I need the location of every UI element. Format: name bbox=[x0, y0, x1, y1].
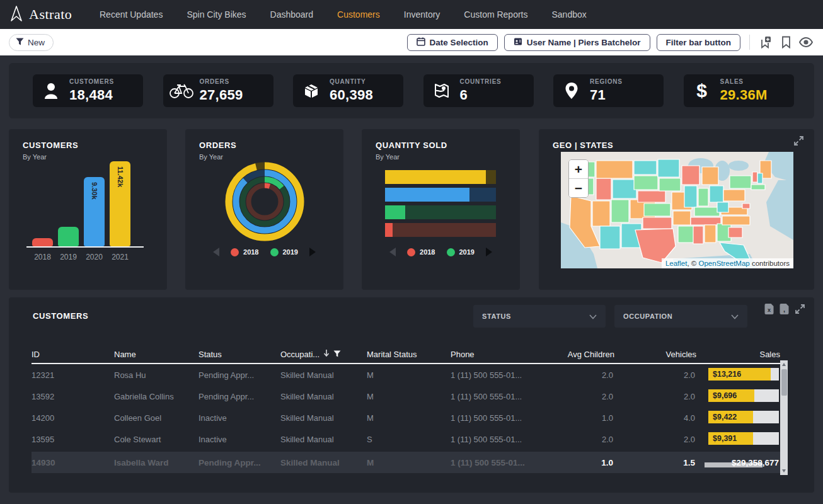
nav-item-customers[interactable]: Customers bbox=[337, 9, 380, 20]
us-states-map[interactable]: + − Leaflet, © OpenStreetMap contributor… bbox=[561, 152, 793, 268]
legend-dot bbox=[447, 248, 455, 256]
bar-2021[interactable]: 11.42k bbox=[110, 161, 130, 246]
bookmark-add-icon[interactable] bbox=[759, 35, 773, 49]
openstreetmap-link[interactable]: OpenStreetMap bbox=[699, 260, 750, 267]
hbar-2018[interactable] bbox=[385, 223, 496, 237]
hbar-2020[interactable] bbox=[385, 188, 496, 202]
nav-item-sandbox[interactable]: Sandbox bbox=[552, 9, 587, 20]
svg-text:x: x bbox=[768, 307, 771, 313]
table-scrollbar[interactable] bbox=[780, 360, 788, 475]
column-header-status[interactable]: Status bbox=[199, 350, 280, 359]
customers-table-card: CUSTOMERS STATUS OCCUPATION x , IDNameSt… bbox=[9, 297, 814, 493]
map-zoom-out-button[interactable]: − bbox=[569, 179, 588, 197]
export-excel-icon[interactable]: x bbox=[764, 304, 774, 317]
column-header-vehicles[interactable]: Vehicles bbox=[614, 350, 696, 359]
user-button[interactable]: User Name | Piers Batchelor bbox=[504, 34, 650, 51]
column-header-phone[interactable]: Phone bbox=[451, 350, 551, 359]
table-cell: 1 (11) 500 555-01... bbox=[451, 413, 551, 423]
bar-2018[interactable] bbox=[32, 238, 53, 246]
hbar-2021[interactable] bbox=[385, 170, 496, 184]
export-csv-icon[interactable]: , bbox=[780, 304, 789, 317]
legend-label: 2019 bbox=[459, 248, 475, 256]
eye-icon[interactable] bbox=[799, 35, 813, 49]
nav-item-custom-reports[interactable]: Custom Reports bbox=[464, 9, 527, 20]
orders-chart-subtitle: By Year bbox=[199, 153, 223, 161]
table-cell: Rosa Hu bbox=[114, 370, 199, 380]
nav-item-spin-city-bikes[interactable]: Spin City Bikes bbox=[187, 9, 246, 20]
leaflet-link[interactable]: Leaflet bbox=[665, 260, 688, 267]
legend-prev-icon[interactable] bbox=[213, 248, 219, 256]
date-selection-button[interactable]: Date Selection bbox=[407, 34, 498, 51]
nav-item-inventory[interactable]: Inventory bbox=[404, 9, 440, 20]
status-filter-dropdown[interactable]: STATUS bbox=[473, 305, 606, 328]
legend-label: 2018 bbox=[420, 248, 435, 256]
scroll-up-arrow[interactable] bbox=[782, 363, 786, 366]
map-attribution: Leaflet, © OpenStreetMap contributors bbox=[662, 258, 793, 268]
dashboard-page: Astrato Recent UpdatesSpin City BikesDas… bbox=[0, 0, 823, 504]
nav-item-dashboard[interactable]: Dashboard bbox=[270, 9, 314, 20]
column-header-avg-children[interactable]: Avg Children bbox=[551, 350, 614, 359]
table-cell: M bbox=[367, 458, 451, 467]
table-row[interactable]: 13592Gabriella CollinsPending Appr...Ski… bbox=[32, 386, 780, 407]
table-row[interactable]: 13595Cole StewartInactiveSkilled ManualS… bbox=[32, 428, 780, 450]
legend-next-icon[interactable] bbox=[309, 248, 316, 256]
hbar-2019[interactable] bbox=[385, 205, 496, 219]
orders-donut-chart[interactable] bbox=[224, 161, 306, 245]
table-row[interactable]: 12321Rosa HuPending Appr...Skilled Manua… bbox=[32, 364, 780, 386]
column-header-label: Name bbox=[114, 350, 136, 359]
orders-chart-title: ORDERS bbox=[199, 140, 236, 150]
column-header-occupati[interactable]: Occupati... bbox=[280, 349, 367, 359]
table-row[interactable]: 14200Colleen GoelInactiveSkilled ManualM… bbox=[32, 407, 780, 428]
kpi-label: REGIONS bbox=[590, 78, 623, 85]
column-header-id[interactable]: ID bbox=[32, 350, 114, 359]
column-header-label: ID bbox=[32, 350, 40, 359]
table-cell: Skilled Manual bbox=[280, 413, 367, 423]
bar-2019[interactable] bbox=[58, 227, 79, 246]
sales-cell: $9,391 bbox=[696, 432, 780, 447]
sales-cell: $13,216 bbox=[696, 368, 780, 382]
sort-descending-icon[interactable] bbox=[323, 349, 330, 359]
legend-item-2018[interactable]: 2018 bbox=[407, 248, 435, 256]
table-cell: Skilled Manual bbox=[280, 458, 367, 467]
map-zoom-in-button[interactable]: + bbox=[569, 160, 588, 179]
table-cell: Isabella Ward bbox=[114, 458, 199, 467]
kpi-label: SALES bbox=[720, 78, 768, 85]
table-cell: Skilled Manual bbox=[280, 435, 367, 444]
nav-item-recent-updates[interactable]: Recent Updates bbox=[100, 9, 163, 20]
map-canvas bbox=[561, 152, 793, 268]
kpi-value: 60,398 bbox=[330, 87, 373, 103]
main-nav: Recent UpdatesSpin City BikesDashboardCu… bbox=[100, 9, 587, 20]
legend-item-2019[interactable]: 2019 bbox=[447, 248, 475, 256]
legend-item-2019[interactable]: 2019 bbox=[270, 248, 298, 256]
column-filter-icon[interactable] bbox=[333, 350, 341, 359]
legend-next-icon[interactable] bbox=[486, 248, 492, 256]
legend-prev-icon[interactable] bbox=[389, 248, 396, 256]
top-nav: Astrato Recent UpdatesSpin City BikesDas… bbox=[0, 0, 823, 29]
column-header-name[interactable]: Name bbox=[114, 350, 199, 359]
hbar-fill bbox=[385, 170, 486, 184]
column-header-sales[interactable]: Sales bbox=[696, 350, 780, 359]
x-axis-label: 2019 bbox=[58, 253, 79, 261]
table-cell: 14200 bbox=[32, 413, 114, 423]
column-header-marital-status[interactable]: Marital Status bbox=[367, 350, 451, 359]
legend-item-2018[interactable]: 2018 bbox=[231, 248, 258, 256]
scrollbar-thumb[interactable] bbox=[781, 369, 787, 396]
calendar-icon bbox=[417, 37, 425, 48]
expand-icon[interactable] bbox=[795, 304, 805, 317]
dollar-icon: $ bbox=[689, 80, 715, 101]
scroll-down-arrow[interactable] bbox=[782, 469, 786, 472]
table-cell: Pending Appr... bbox=[199, 370, 280, 380]
map-zoom-control: + − bbox=[568, 159, 589, 198]
filter-bar-button[interactable]: Filter bar button bbox=[657, 34, 741, 51]
app-logo[interactable]: Astrato bbox=[9, 4, 83, 25]
bookmark-icon[interactable] bbox=[779, 35, 793, 49]
bicycle-icon bbox=[168, 83, 195, 99]
expand-icon[interactable] bbox=[793, 135, 804, 149]
new-filter-button[interactable]: New bbox=[9, 34, 54, 51]
pin-icon bbox=[558, 82, 585, 100]
bar-2020[interactable]: 9.30k bbox=[84, 177, 105, 246]
occupation-filter-dropdown[interactable]: OCCUPATION bbox=[614, 305, 747, 328]
kpi-label: QUANTITY bbox=[330, 78, 373, 85]
table-cell: 12321 bbox=[32, 370, 114, 380]
user-button-label: User Name | Piers Batchelor bbox=[527, 38, 641, 47]
